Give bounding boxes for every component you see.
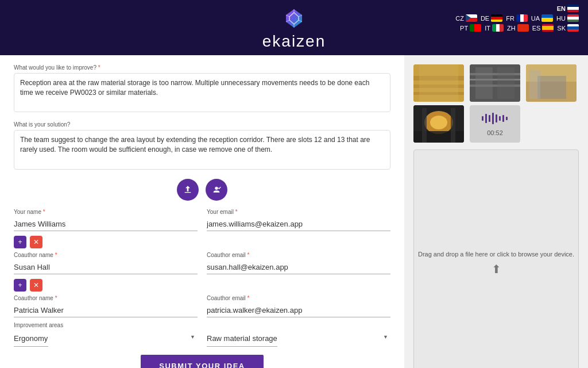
coauthor2-name-col: Coauthor name *: [14, 295, 198, 317]
svg-rect-35: [499, 116, 501, 121]
lang-zh-label: ZH: [507, 25, 516, 32]
lang-sk-label: SK: [557, 25, 566, 32]
lang-hu[interactable]: HU: [556, 14, 579, 22]
coauthor1-email-input[interactable]: [207, 260, 390, 274]
improvement-area1-select[interactable]: Ergonomy: [14, 331, 48, 347]
lang-pt-label: PT: [460, 25, 468, 32]
flag-hu: [567, 14, 579, 22]
drop-zone-text: Drag and drop a file here or click to br…: [418, 251, 574, 258]
audio-duration: 00:52: [487, 129, 503, 136]
lang-en-label: EN: [557, 5, 566, 12]
svg-rect-34: [496, 114, 497, 122]
improvement-area1-wrapper: Ergonomy: [14, 331, 198, 347]
language-bar: EN CZ DE FR UA HU: [455, 5, 579, 32]
person-icon: [212, 185, 221, 194]
your-email-col: Your email *: [207, 209, 390, 231]
remove-coauthor2-button[interactable]: ✕: [30, 279, 42, 292]
solution-label: What is your solution?: [14, 121, 390, 128]
lang-es-label: ES: [532, 25, 541, 32]
lang-en[interactable]: EN: [557, 5, 579, 12]
lang-zh[interactable]: ZH: [507, 24, 529, 32]
solution-textarea[interactable]: The team suggest to change the area layo…: [14, 130, 390, 169]
lang-it[interactable]: IT: [485, 24, 504, 32]
improvement-areas-label: Improvement areas: [14, 322, 390, 328]
coauthor2-row: Coauthor name * Coauthor email *: [14, 295, 390, 317]
lang-row-2: PT IT ZH ES SK: [455, 24, 579, 32]
coauthor2-name-input[interactable]: [14, 304, 198, 317]
svg-point-26: [430, 116, 447, 129]
coauthor1-name-label: Coauthor name *: [14, 252, 198, 258]
media-thumb-audio[interactable]: 00:52: [470, 105, 520, 143]
upload-file-button[interactable]: [177, 179, 199, 201]
media-thumb-4[interactable]: [413, 105, 464, 143]
upload-buttons: [14, 179, 390, 201]
svg-rect-33: [492, 113, 494, 124]
lang-ua-label: UA: [531, 15, 540, 22]
your-name-col: Your name *: [14, 209, 198, 231]
lang-cz[interactable]: CZ: [455, 14, 477, 22]
flag-fr: [516, 14, 528, 22]
your-email-label: Your email *: [207, 209, 390, 215]
flag-en: [567, 5, 579, 12]
flag-cz: [466, 14, 477, 22]
media-thumb-3[interactable]: [526, 64, 577, 102]
flag-pt: [470, 24, 481, 32]
header: ekaizen EN CZ DE FR UA: [0, 0, 588, 55]
lang-fr-label: FR: [506, 15, 514, 22]
drop-zone[interactable]: Drag and drop a file here or click to br…: [413, 150, 579, 368]
coauthor1-name-input[interactable]: [14, 260, 198, 274]
improve-field-container: What would you like to improve? * Recept…: [14, 64, 390, 121]
lang-de[interactable]: DE: [481, 14, 502, 22]
main-content: What would you like to improve? * Recept…: [0, 55, 588, 368]
solution-label-text: What is your solution?: [14, 121, 70, 128]
improve-label-text: What would you like to improve?: [14, 64, 96, 71]
lang-pt[interactable]: PT: [460, 24, 481, 32]
your-name-label: Your name *: [14, 209, 198, 215]
logo-text: ekaizen: [262, 32, 326, 51]
svg-rect-37: [506, 117, 508, 120]
lang-fr[interactable]: FR: [506, 14, 528, 22]
your-email-input[interactable]: [207, 217, 390, 231]
improvement-area2-select[interactable]: Raw material storage: [207, 331, 277, 347]
svg-rect-36: [502, 115, 504, 122]
your-name-input[interactable]: [14, 217, 198, 231]
flag-es: [542, 24, 554, 32]
media-thumb-2[interactable]: [470, 64, 520, 102]
improve-label: What would you like to improve? *: [14, 64, 390, 71]
svg-rect-19: [497, 67, 514, 99]
improvement-areas-row: Ergonomy Raw material storage: [14, 331, 390, 347]
add-coauthor2-button[interactable]: +: [14, 279, 26, 292]
svg-rect-28: [422, 108, 427, 143]
add-coauthor-button[interactable]: +: [14, 236, 26, 248]
lang-ua[interactable]: UA: [531, 14, 553, 22]
submit-button[interactable]: SUBMIT YOUR IDEA: [141, 355, 263, 368]
author-actions-2: + ✕: [14, 279, 390, 292]
remove-coauthor-button[interactable]: ✕: [30, 236, 42, 248]
lang-hu-label: HU: [556, 15, 566, 22]
coauthor2-email-label: Coauthor email *: [207, 295, 390, 301]
media-panel: 00:52 Drag and drop a file here or click…: [404, 55, 588, 368]
svg-rect-30: [482, 116, 483, 121]
lang-sk[interactable]: SK: [557, 24, 579, 32]
improve-textarea[interactable]: Reception area at the raw material stora…: [14, 73, 390, 112]
media-thumb-1[interactable]: [413, 64, 464, 102]
coauthor1-email-label: Coauthor email *: [207, 252, 390, 258]
svg-rect-32: [489, 115, 490, 122]
drop-upload-icon: ⬆: [492, 262, 501, 276]
upload-icon: [183, 185, 192, 194]
lang-es[interactable]: ES: [532, 24, 554, 32]
improve-required: *: [98, 64, 100, 71]
coauthor1-row: Coauthor name * Coauthor email *: [14, 252, 390, 274]
coauthor1-name-col: Coauthor name *: [14, 252, 198, 274]
author-actions-1: + ✕: [14, 236, 390, 248]
upload-person-button[interactable]: [206, 179, 227, 201]
improvement-area2-wrapper: Raw material storage: [207, 331, 390, 347]
flag-de: [491, 14, 502, 22]
logo-container: ekaizen: [262, 7, 326, 51]
coauthor2-email-input[interactable]: [207, 304, 390, 317]
flag-zh: [517, 24, 529, 32]
lang-cz-label: CZ: [455, 15, 464, 22]
lang-row-0: EN: [455, 5, 579, 12]
audio-wave-icon: [481, 112, 509, 128]
coauthor1-email-col: Coauthor email *: [207, 252, 390, 274]
